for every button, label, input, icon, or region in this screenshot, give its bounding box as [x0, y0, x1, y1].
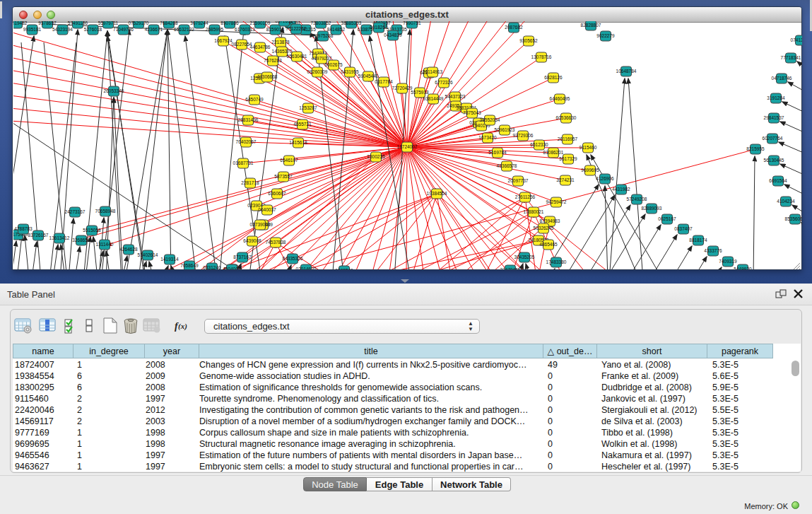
svg-text:6772326: 6772326 — [435, 80, 453, 85]
svg-text:4431982: 4431982 — [612, 187, 630, 192]
svg-text:5517329: 5517329 — [559, 156, 577, 161]
svg-text:61760313: 61760313 — [235, 27, 255, 32]
svg-text:02014620: 02014620 — [296, 267, 317, 269]
svg-text:5873557: 5873557 — [274, 174, 293, 179]
svg-text:0837407: 0837407 — [674, 226, 693, 231]
svg-text:57491186: 57491186 — [68, 21, 88, 25]
svg-text:2685995: 2685995 — [206, 27, 224, 32]
svg-text:5575918: 5575918 — [411, 90, 429, 95]
svg-text:57249208: 57249208 — [627, 197, 647, 201]
svg-text:76402067: 76402067 — [236, 139, 257, 144]
svg-text:(x): (x) — [178, 322, 187, 331]
svg-text:30435205: 30435205 — [514, 255, 535, 259]
svg-text:8159013: 8159013 — [266, 27, 285, 32]
svg-text:04718746: 04718746 — [772, 76, 792, 81]
svg-text:2087682: 2087682 — [505, 25, 523, 30]
svg-text:6691564: 6691564 — [769, 178, 787, 183]
svg-text:30552034: 30552034 — [480, 117, 500, 122]
svg-text:72720429: 72720429 — [392, 86, 413, 90]
svg-text:4504000: 4504000 — [223, 267, 241, 269]
svg-text:5515058: 5515058 — [83, 228, 101, 233]
svg-text:0025167: 0025167 — [658, 216, 676, 221]
svg-text:2300235: 2300235 — [367, 154, 385, 159]
svg-text:0317764: 0317764 — [375, 79, 393, 84]
svg-text:6849340: 6849340 — [335, 268, 353, 269]
svg-text:13613412: 13613412 — [49, 235, 70, 240]
svg-text:9305652: 9305652 — [519, 38, 538, 43]
svg-text:62819482: 62819482 — [13, 21, 28, 25]
svg-text:22470455: 22470455 — [500, 267, 521, 269]
svg-text:7990751: 7990751 — [403, 21, 421, 25]
svg-text:93729306: 93729306 — [513, 133, 534, 138]
svg-text:84335326: 84335326 — [283, 256, 303, 261]
svg-text:60536630: 60536630 — [556, 115, 577, 120]
svg-text:50326245: 50326245 — [534, 226, 554, 230]
svg-text:51402614: 51402614 — [138, 252, 158, 257]
svg-text:4865465: 4865465 — [539, 242, 558, 247]
svg-text:5276018: 5276018 — [84, 27, 102, 32]
svg-text:19384554: 19384554 — [427, 191, 447, 196]
svg-text:4126906: 4126906 — [596, 176, 614, 181]
svg-text:8215955: 8215955 — [746, 146, 765, 151]
svg-text:8907866: 8907866 — [220, 21, 239, 25]
svg-text:14365370: 14365370 — [272, 49, 293, 54]
svg-text:26114913: 26114913 — [423, 69, 443, 74]
svg-text:29975288: 29975288 — [313, 33, 334, 38]
svg-text:6372651: 6372651 — [275, 21, 293, 23]
svg-text:29841537: 29841537 — [764, 115, 784, 120]
svg-text:6546107: 6546107 — [280, 158, 298, 163]
svg-text:3191284: 3191284 — [767, 95, 785, 100]
svg-text:26053346: 26053346 — [104, 88, 124, 93]
svg-text:1067924: 1067924 — [214, 38, 233, 43]
svg-text:49306668: 49306668 — [257, 74, 278, 79]
svg-text:27611256: 27611256 — [515, 194, 536, 199]
svg-text:7409319: 7409319 — [719, 259, 737, 264]
svg-text:3079244: 3079244 — [190, 21, 208, 25]
svg-text:1415618: 1415618 — [289, 140, 307, 145]
svg-text:4236671: 4236671 — [145, 27, 163, 32]
svg-text:82828807: 82828807 — [581, 23, 601, 28]
svg-text:72803852: 72803852 — [311, 21, 331, 25]
svg-text:13078716: 13078716 — [531, 54, 552, 59]
svg-text:4788783: 4788783 — [14, 226, 33, 231]
svg-text:65630481: 65630481 — [287, 54, 307, 59]
svg-text:85356068: 85356068 — [785, 216, 802, 221]
svg-text:09260309: 09260309 — [307, 69, 328, 74]
svg-text:55979711: 55979711 — [98, 21, 119, 25]
svg-text:70658948: 70658948 — [95, 209, 116, 214]
svg-text:1419314: 1419314 — [160, 257, 179, 262]
svg-text:8818174: 8818174 — [689, 238, 707, 243]
svg-text:02739000: 02739000 — [250, 222, 271, 227]
svg-text:7375043: 7375043 — [463, 110, 481, 115]
svg-text:6360607: 6360607 — [268, 191, 286, 196]
svg-text:10648784: 10648784 — [616, 69, 637, 74]
svg-text:71049746: 71049746 — [113, 27, 134, 32]
svg-text:54437323: 54437323 — [445, 94, 466, 99]
svg-text:17880021: 17880021 — [524, 209, 544, 214]
svg-text:4264628: 4264628 — [119, 247, 138, 252]
svg-text:1311440: 1311440 — [96, 242, 114, 247]
svg-text:20097737: 20097737 — [508, 178, 529, 183]
svg-text:7058649: 7058649 — [180, 263, 199, 268]
svg-text:0431955: 0431955 — [341, 69, 359, 74]
svg-text:81086201: 81086201 — [543, 150, 564, 155]
svg-text:6002675: 6002675 — [324, 62, 343, 67]
svg-text:24273167: 24273167 — [65, 209, 86, 214]
svg-text:74537838: 74537838 — [266, 240, 286, 245]
svg-text:60207764: 60207764 — [763, 136, 783, 141]
svg-text:6450749: 6450749 — [245, 97, 264, 102]
svg-text:8414852: 8414852 — [327, 27, 346, 32]
svg-text:9115460: 9115460 — [579, 145, 597, 150]
svg-text:56130445: 56130445 — [764, 158, 784, 163]
svg-text:9022279: 9022279 — [596, 33, 615, 38]
svg-text:38885393: 38885393 — [341, 21, 362, 25]
svg-text:6512330: 6512330 — [530, 142, 548, 147]
svg-text:07413748: 07413748 — [791, 37, 802, 42]
svg-text:50961923: 50961923 — [495, 127, 515, 132]
svg-text:3268656: 3268656 — [72, 238, 90, 243]
svg-text:4104234: 4104234 — [777, 199, 795, 204]
svg-text:1253287: 1253287 — [299, 105, 317, 110]
svg-text:87394983: 87394983 — [540, 218, 560, 223]
svg-text:28831436: 28831436 — [238, 117, 259, 122]
svg-text:7684268: 7684268 — [160, 21, 178, 25]
